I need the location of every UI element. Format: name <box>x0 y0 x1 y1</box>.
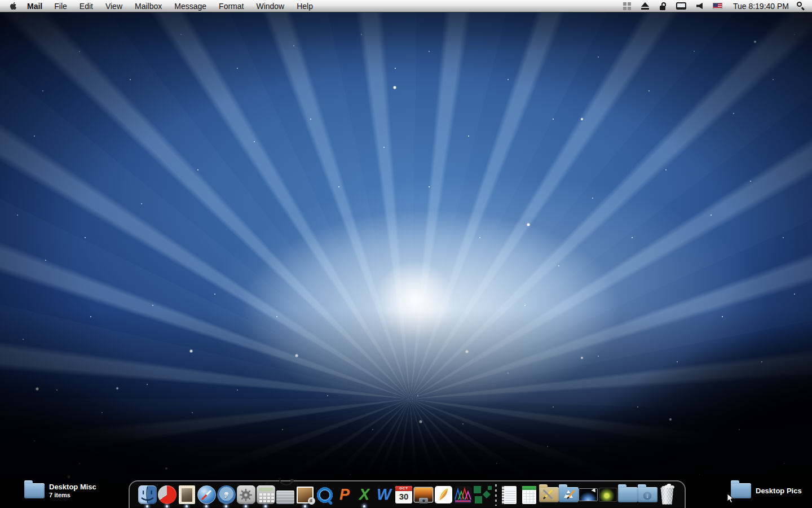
dock-item-quicktime[interactable] <box>315 481 335 508</box>
photo-picture-icon <box>599 488 617 501</box>
dock-item-excel[interactable]: X <box>355 481 374 508</box>
dock-item-powerpoint[interactable]: P <box>335 481 355 508</box>
photo-loupe-icon <box>297 487 314 503</box>
menu-edit[interactable]: Edit <box>73 0 99 12</box>
menu-bar: Mail File Edit View Mailbox Message Form… <box>0 0 812 12</box>
spotlight-button[interactable] <box>797 2 805 10</box>
spaces-grid-icon <box>623 2 631 10</box>
download-arrow-icon: ↓ <box>643 491 652 500</box>
display-icon <box>676 2 686 10</box>
dock-item-system-preferences[interactable] <box>236 481 256 508</box>
menu-view[interactable]: View <box>99 0 129 12</box>
running-indicator <box>245 505 247 507</box>
desktop-screen: Mail File Edit View Mailbox Message Form… <box>0 0 812 508</box>
running-indicator <box>205 505 208 507</box>
applications-folder-icon <box>559 487 579 502</box>
spaces-grid-menu-extra[interactable] <box>618 0 636 12</box>
spreadsheet-document-icon <box>522 486 536 504</box>
menu-file[interactable]: File <box>48 0 73 12</box>
dock-item-downloads[interactable]: ↓ <box>638 481 657 508</box>
word-w-icon: W <box>377 487 391 502</box>
menu-help[interactable]: Help <box>290 0 319 12</box>
itunes-disc-icon: ♪ <box>217 485 236 504</box>
aurora-picture-icon <box>579 488 598 501</box>
dock-item-photo-picture[interactable] <box>598 481 618 508</box>
finder-icon <box>138 485 157 504</box>
folder-item-count: 7 items <box>49 492 96 498</box>
running-indicator <box>225 505 227 507</box>
menu-mailbox[interactable]: Mailbox <box>129 0 168 12</box>
dock-item-pie-app[interactable] <box>157 481 177 508</box>
dock-item-notebook-document[interactable] <box>500 481 519 508</box>
gear-icon <box>237 485 255 504</box>
notebook-document-icon <box>502 486 517 504</box>
folder-label: Desktop Misc <box>49 483 96 491</box>
lock-menu-extra[interactable] <box>654 0 671 12</box>
dock-item-chromatogram-app[interactable] <box>453 481 473 508</box>
menu-message[interactable]: Message <box>168 0 213 12</box>
mouse-cursor <box>727 493 735 503</box>
sunset-photo-camera-icon <box>414 488 433 502</box>
eject-menu-extra[interactable] <box>636 0 654 12</box>
dock-item-safari[interactable] <box>197 481 217 508</box>
plain-folder-icon <box>618 487 638 502</box>
dock-divider <box>493 481 500 508</box>
running-indicator <box>264 505 267 507</box>
aurora-wallpaper <box>0 12 812 508</box>
desktop-folder-pics[interactable]: Desktop Pics <box>731 483 802 498</box>
dock-item-ical[interactable]: OCT 30 <box>394 481 414 508</box>
green-diamonds-icon <box>473 485 492 505</box>
calendar-icon: OCT 30 <box>395 486 412 503</box>
menu-bar-clock[interactable]: Tue 8:19:40 PM <box>727 2 795 11</box>
eject-icon <box>641 2 649 10</box>
dock-item-photoshop[interactable] <box>434 481 453 508</box>
dock-item-aurora-picture[interactable] <box>579 481 598 508</box>
apple-logo-icon <box>10 2 17 10</box>
calculator-icon <box>257 485 275 504</box>
dock-item-finder[interactable] <box>138 481 157 508</box>
dock-item-iphoto[interactable] <box>414 481 434 508</box>
us-flag-icon <box>713 3 722 9</box>
trash-full-icon <box>660 485 675 505</box>
displays-menu-extra[interactable] <box>671 0 691 12</box>
menu-format[interactable]: Format <box>213 0 250 12</box>
folder-label: Desktop Pics <box>756 487 802 495</box>
dock-item-green-diamonds-app[interactable] <box>473 481 493 508</box>
dock-item-disk-utility[interactable] <box>276 481 295 508</box>
dock-item-trash[interactable] <box>657 481 677 508</box>
running-indicator <box>166 505 168 507</box>
dock-item-spreadsheet-document[interactable] <box>519 481 539 508</box>
pie-chart-icon <box>158 485 176 504</box>
dock: ♪ P X <box>129 480 686 508</box>
stethoscope-icon <box>276 478 295 489</box>
folder-icon <box>24 483 45 498</box>
dock-item-mail[interactable] <box>177 481 197 508</box>
dock-item-calculator[interactable] <box>256 481 276 508</box>
volume-menu-extra[interactable] <box>691 0 708 12</box>
input-source-menu-extra[interactable] <box>708 0 727 12</box>
excel-x-icon: X <box>359 487 369 502</box>
dock-item-utilities-folder[interactable] <box>539 481 559 508</box>
running-indicator <box>146 505 148 507</box>
desktop-folder-misc[interactable]: Desktop Misc 7 items <box>24 483 96 498</box>
vignette-overlay <box>0 12 812 508</box>
dock-item-itunes[interactable]: ♪ <box>217 481 236 508</box>
safari-compass-icon <box>197 485 216 504</box>
dock-item-word[interactable]: W <box>374 481 394 508</box>
powerpoint-p-icon: P <box>339 487 350 502</box>
dock-item-preview[interactable] <box>295 481 315 508</box>
dock-item-folder[interactable] <box>618 481 638 508</box>
apple-menu[interactable] <box>5 0 21 12</box>
app-menu-mail[interactable]: Mail <box>21 0 48 12</box>
running-indicator <box>186 505 188 507</box>
running-indicator <box>304 505 306 507</box>
mail-stamp-icon <box>179 485 195 504</box>
dock-item-applications-folder[interactable] <box>559 481 579 508</box>
hard-drive-icon <box>276 491 294 504</box>
downloads-folder-icon: ↓ <box>638 487 657 502</box>
quicktime-q-icon <box>316 487 333 503</box>
utilities-folder-icon <box>539 487 559 502</box>
dna-peaks-icon <box>454 486 472 504</box>
menu-window[interactable]: Window <box>250 0 290 12</box>
cursor-arrow-icon <box>592 488 598 494</box>
